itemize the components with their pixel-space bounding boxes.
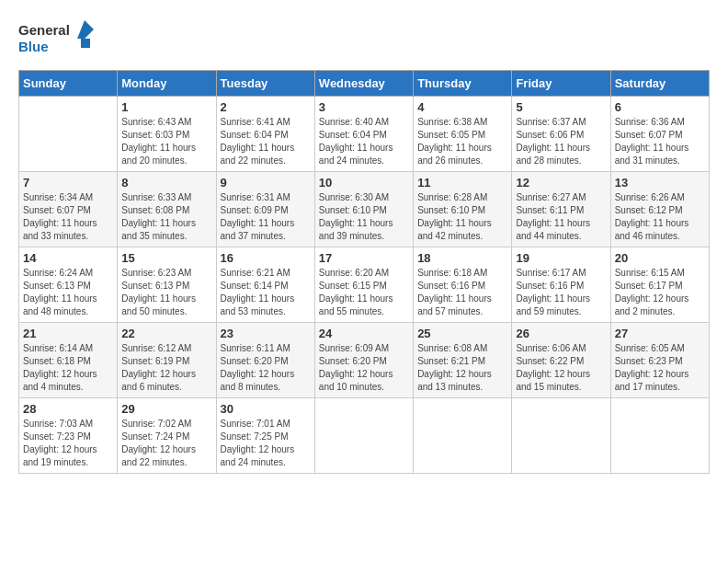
day-number: 2 [221,100,311,114]
day-info: Sunrise: 6:37 AMSunset: 6:06 PMDaylight:… [516,116,606,167]
calendar-week-row: 21Sunrise: 6:14 AMSunset: 6:18 PMDayligh… [19,323,710,398]
day-number: 24 [319,327,409,340]
day-info: Sunrise: 6:14 AMSunset: 6:18 PMDaylight:… [23,342,113,394]
logo: General Blue [18,18,101,55]
calendar-cell [610,398,709,474]
calendar-cell: 3Sunrise: 6:40 AMSunset: 6:04 PMDaylight… [314,97,413,172]
calendar-cell: 15Sunrise: 6:23 AMSunset: 6:13 PMDayligh… [118,247,216,323]
day-info: Sunrise: 6:38 AMSunset: 6:05 PMDaylight:… [417,116,507,167]
day-number: 11 [417,176,507,190]
day-number: 13 [615,176,705,190]
day-number: 21 [23,327,113,340]
weekday-header-monday: Monday [118,71,216,97]
calendar-cell: 1Sunrise: 6:43 AMSunset: 6:03 PMDaylight… [118,97,216,172]
day-info: Sunrise: 6:21 AMSunset: 6:14 PMDaylight:… [221,267,311,318]
calendar-week-row: 14Sunrise: 6:24 AMSunset: 6:13 PMDayligh… [19,247,710,323]
day-info: Sunrise: 6:30 AMSunset: 6:10 PMDaylight:… [319,191,409,243]
logo-svg: General Blue [18,18,101,55]
day-info: Sunrise: 6:26 AMSunset: 6:12 PMDaylight:… [615,191,705,243]
day-info: Sunrise: 6:31 AMSunset: 6:09 PMDaylight:… [221,191,311,243]
day-number: 15 [121,251,211,265]
day-info: Sunrise: 7:01 AMSunset: 7:25 PMDaylight:… [221,418,311,469]
day-info: Sunrise: 6:33 AMSunset: 6:08 PMDaylight:… [121,191,211,243]
day-info: Sunrise: 6:15 AMSunset: 6:17 PMDaylight:… [615,267,705,318]
calendar-cell: 19Sunrise: 6:17 AMSunset: 6:16 PMDayligh… [512,247,610,323]
calendar-cell: 2Sunrise: 6:41 AMSunset: 6:04 PMDaylight… [216,97,314,172]
calendar-cell: 27Sunrise: 6:05 AMSunset: 6:23 PMDayligh… [610,323,709,398]
weekday-header-wednesday: Wednesday [314,71,413,97]
calendar-cell: 18Sunrise: 6:18 AMSunset: 6:16 PMDayligh… [414,247,512,323]
weekday-header-friday: Friday [512,71,610,97]
day-info: Sunrise: 6:36 AMSunset: 6:07 PMDaylight:… [615,116,705,167]
day-number: 25 [417,327,507,340]
day-info: Sunrise: 7:02 AMSunset: 7:24 PMDaylight:… [121,418,211,469]
day-number: 14 [23,251,113,265]
day-info: Sunrise: 6:05 AMSunset: 6:23 PMDaylight:… [615,342,705,394]
calendar-week-row: 7Sunrise: 6:34 AMSunset: 6:07 PMDaylight… [19,172,710,247]
day-number: 27 [615,327,705,340]
day-number: 9 [221,176,311,190]
day-number: 28 [23,402,113,416]
day-number: 22 [121,327,211,340]
svg-text:Blue: Blue [18,39,49,54]
day-number: 8 [121,176,211,190]
calendar-cell: 9Sunrise: 6:31 AMSunset: 6:09 PMDaylight… [216,172,314,247]
calendar-cell: 28Sunrise: 7:03 AMSunset: 7:23 PMDayligh… [19,398,118,474]
calendar-cell: 22Sunrise: 6:12 AMSunset: 6:19 PMDayligh… [118,323,216,398]
calendar-cell: 25Sunrise: 6:08 AMSunset: 6:21 PMDayligh… [414,323,512,398]
day-info: Sunrise: 6:43 AMSunset: 6:03 PMDaylight:… [121,116,211,167]
calendar-cell: 17Sunrise: 6:20 AMSunset: 6:15 PMDayligh… [314,247,413,323]
calendar-cell: 8Sunrise: 6:33 AMSunset: 6:08 PMDaylight… [118,172,216,247]
calendar-week-row: 28Sunrise: 7:03 AMSunset: 7:23 PMDayligh… [19,398,710,474]
calendar-cell: 4Sunrise: 6:38 AMSunset: 6:05 PMDaylight… [414,97,512,172]
calendar-cell: 16Sunrise: 6:21 AMSunset: 6:14 PMDayligh… [216,247,314,323]
calendar-cell [512,398,610,474]
day-number: 26 [516,327,606,340]
day-info: Sunrise: 6:08 AMSunset: 6:21 PMDaylight:… [417,342,507,394]
calendar-cell: 10Sunrise: 6:30 AMSunset: 6:10 PMDayligh… [314,172,413,247]
calendar-cell: 24Sunrise: 6:09 AMSunset: 6:20 PMDayligh… [314,323,413,398]
day-info: Sunrise: 6:34 AMSunset: 6:07 PMDaylight:… [23,191,113,243]
day-number: 20 [615,251,705,265]
page-header: General Blue [18,18,710,55]
weekday-header-sunday: Sunday [19,71,118,97]
day-info: Sunrise: 6:41 AMSunset: 6:04 PMDaylight:… [221,116,311,167]
calendar-cell: 14Sunrise: 6:24 AMSunset: 6:13 PMDayligh… [19,247,118,323]
day-number: 16 [221,251,311,265]
day-info: Sunrise: 6:23 AMSunset: 6:13 PMDaylight:… [121,267,211,318]
weekday-header-tuesday: Tuesday [216,71,314,97]
day-info: Sunrise: 6:12 AMSunset: 6:19 PMDaylight:… [121,342,211,394]
day-info: Sunrise: 6:40 AMSunset: 6:04 PMDaylight:… [319,116,409,167]
svg-text:General: General [18,22,70,38]
day-number: 18 [417,251,507,265]
calendar-cell: 12Sunrise: 6:27 AMSunset: 6:11 PMDayligh… [512,172,610,247]
day-number: 30 [221,402,311,416]
calendar-cell: 21Sunrise: 6:14 AMSunset: 6:18 PMDayligh… [19,323,118,398]
day-info: Sunrise: 6:24 AMSunset: 6:13 PMDaylight:… [23,267,113,318]
day-info: Sunrise: 7:03 AMSunset: 7:23 PMDaylight:… [23,418,113,469]
day-number: 10 [319,176,409,190]
calendar-week-row: 1Sunrise: 6:43 AMSunset: 6:03 PMDaylight… [19,97,710,172]
day-number: 4 [417,100,507,114]
calendar-cell: 26Sunrise: 6:06 AMSunset: 6:22 PMDayligh… [512,323,610,398]
day-info: Sunrise: 6:18 AMSunset: 6:16 PMDaylight:… [417,267,507,318]
calendar-cell: 23Sunrise: 6:11 AMSunset: 6:20 PMDayligh… [216,323,314,398]
day-info: Sunrise: 6:20 AMSunset: 6:15 PMDaylight:… [319,267,409,318]
day-number: 3 [319,100,409,114]
day-info: Sunrise: 6:06 AMSunset: 6:22 PMDaylight:… [516,342,606,394]
calendar-cell: 5Sunrise: 6:37 AMSunset: 6:06 PMDaylight… [512,97,610,172]
day-number: 19 [516,251,606,265]
weekday-header-thursday: Thursday [414,71,512,97]
calendar-cell: 7Sunrise: 6:34 AMSunset: 6:07 PMDaylight… [19,172,118,247]
day-number: 17 [319,251,409,265]
day-number: 1 [121,100,211,114]
calendar-cell: 29Sunrise: 7:02 AMSunset: 7:24 PMDayligh… [118,398,216,474]
calendar-cell [19,97,118,172]
day-info: Sunrise: 6:28 AMSunset: 6:10 PMDaylight:… [417,191,507,243]
calendar-cell [314,398,413,474]
calendar-cell: 20Sunrise: 6:15 AMSunset: 6:17 PMDayligh… [610,247,709,323]
calendar-cell: 13Sunrise: 6:26 AMSunset: 6:12 PMDayligh… [610,172,709,247]
day-number: 12 [516,176,606,190]
calendar-cell: 11Sunrise: 6:28 AMSunset: 6:10 PMDayligh… [414,172,512,247]
calendar-cell: 6Sunrise: 6:36 AMSunset: 6:07 PMDaylight… [610,97,709,172]
